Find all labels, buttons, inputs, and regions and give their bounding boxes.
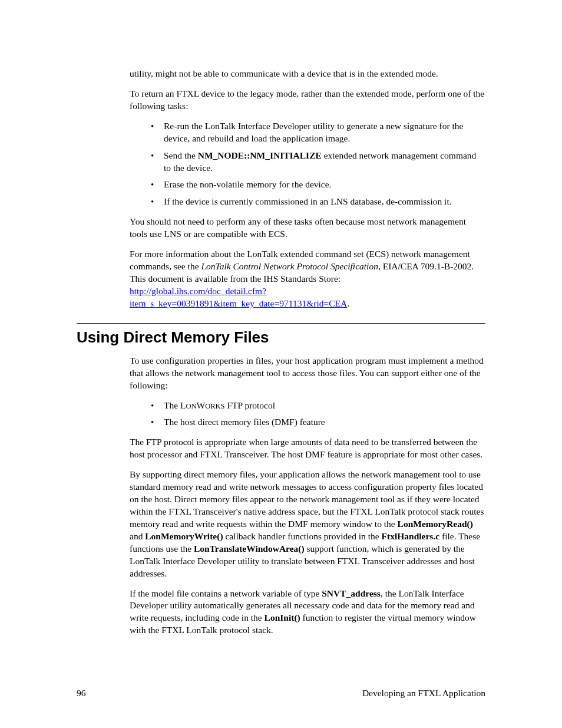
paragraph-config: To use configuration properties in files… bbox=[130, 355, 485, 392]
bold-text: LonInit() bbox=[265, 612, 300, 622]
paragraph-model: If the model file contains a network var… bbox=[130, 588, 485, 637]
list-item: Re-run the LonTalk Interface Developer u… bbox=[151, 120, 485, 145]
footer-title: Developing an FTXL Application bbox=[362, 688, 485, 699]
list-item: The LONWORKS FTP protocol bbox=[151, 400, 485, 412]
text: callback handler functions provided in t… bbox=[223, 531, 382, 541]
text: If the model file contains a network var… bbox=[130, 588, 322, 598]
bold-text: FtxlHandlers.c bbox=[382, 531, 440, 541]
list-item: Erase the non-volatile memory for the de… bbox=[151, 179, 485, 191]
bold-text: LonMemoryWrite() bbox=[145, 531, 223, 541]
text: and bbox=[130, 531, 145, 541]
page-number: 96 bbox=[77, 688, 86, 699]
paragraph-info: For more information about the LonTalk e… bbox=[130, 248, 485, 310]
paragraph-ftp: The FTP protocol is appropriate when lar… bbox=[130, 436, 485, 461]
smallcaps: ORKS bbox=[205, 402, 224, 410]
footer: 96 Developing an FTXL Application bbox=[77, 688, 485, 699]
divider bbox=[77, 323, 485, 324]
smallcaps: ON bbox=[186, 402, 196, 410]
section-heading: Using Direct Memory Files bbox=[77, 328, 485, 347]
paragraph-intro: utility, might not be able to communicat… bbox=[130, 68, 485, 80]
bold-text: LonMemoryRead() bbox=[398, 519, 473, 529]
task-list: Re-run the LonTalk Interface Developer u… bbox=[151, 120, 485, 209]
list-item: If the device is currently commissioned … bbox=[151, 196, 485, 208]
bold-text: NM_NODE::NM_INITIALIZE bbox=[198, 150, 322, 160]
text: FTP protocol bbox=[225, 400, 276, 410]
bold-text: SNVT_address bbox=[322, 588, 381, 598]
text: . bbox=[347, 298, 349, 308]
text: W bbox=[197, 400, 206, 410]
paragraph-dmf: By supporting direct memory files, your … bbox=[130, 469, 485, 579]
paragraph-note: You should not need to perform any of th… bbox=[130, 216, 485, 241]
text: The L bbox=[164, 400, 186, 410]
bold-text: LonTranslateWindowArea() bbox=[194, 543, 305, 554]
protocol-list: The LONWORKS FTP protocol The host direc… bbox=[151, 400, 485, 429]
paragraph-return: To return an FTXL device to the legacy m… bbox=[130, 88, 485, 113]
italic-text: LonTalk Control Network Protocol Specifi… bbox=[201, 261, 378, 271]
list-item: The host direct memory files (DMF) featu… bbox=[151, 416, 485, 429]
text: Send the bbox=[164, 150, 198, 160]
list-item: Send the NM_NODE::NM_INITIALIZE extended… bbox=[151, 150, 485, 174]
link-ihs[interactable]: http://global.ihs.com/doc_detail.cfm?ite… bbox=[130, 286, 347, 308]
